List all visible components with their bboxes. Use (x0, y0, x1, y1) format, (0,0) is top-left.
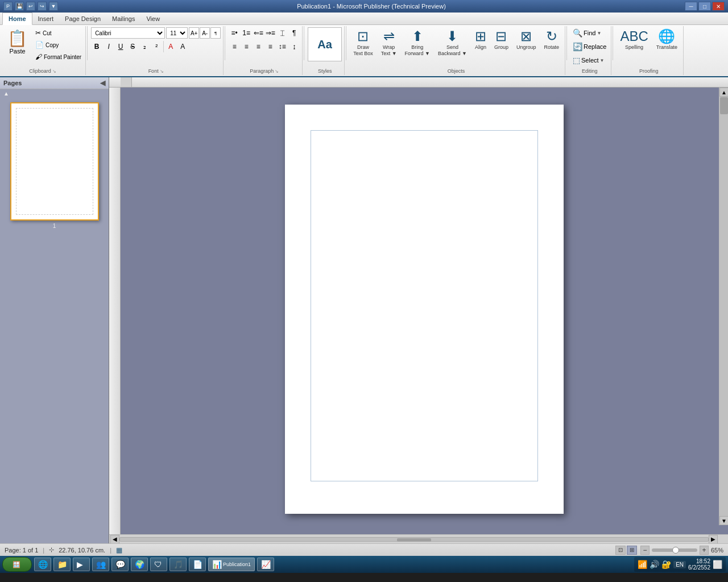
bring-forward-button[interactable]: ⬆ BringForward ▼ (402, 27, 433, 58)
v-scroll-up-button[interactable]: ▲ (719, 88, 728, 97)
select-button[interactable]: ⬚ Select ▼ (570, 55, 607, 66)
translate-icon: 🌐 (658, 28, 675, 44)
v-scroll-down-button[interactable]: ▼ (719, 516, 728, 525)
align-center-button[interactable]: ≡ (241, 41, 252, 52)
wrap-text-button[interactable]: ⇌ WrapText ▼ (378, 27, 400, 58)
font-size-decrease[interactable]: A- (200, 27, 210, 39)
quick-access-save[interactable]: 💾 (15, 2, 24, 11)
taskbar-publisher[interactable]: 📊 Publication1 (208, 558, 255, 571)
italic-button[interactable]: I (103, 41, 114, 52)
increase-indent-button[interactable]: ⇒≡ (264, 27, 276, 39)
separator-1 (87, 26, 88, 60)
zoom-slider[interactable] (652, 548, 697, 552)
tray-volume-icon[interactable]: 🔊 (650, 560, 659, 569)
menu-tab-page-design[interactable]: Page Design (59, 13, 106, 25)
font-color-button[interactable]: A (165, 41, 176, 52)
zoom-out-button[interactable]: − (640, 546, 650, 555)
translate-button[interactable]: 🌐 Translate (653, 27, 681, 52)
taskbar: 🪟 🌐 📁 ▶ 👥 💬 🌍 🛡 🎵 📄 📊 Publication1 📈 📶 🔊… (0, 556, 728, 573)
tray-show-desktop-icon[interactable]: ⬜ (713, 560, 722, 569)
h-scroll-thumb[interactable] (397, 538, 431, 542)
underline-button[interactable]: U (115, 41, 126, 52)
font-name-select[interactable]: Calibri (91, 27, 165, 39)
find-button[interactable]: 🔍 Find ▼ (570, 27, 603, 39)
align-left-button[interactable]: ≡ (229, 41, 240, 52)
menu-tab-home[interactable]: Home (2, 13, 32, 25)
bold-button[interactable]: B (91, 41, 102, 52)
separator-4 (346, 26, 346, 60)
spelling-button[interactable]: ABC Spelling (617, 27, 651, 52)
quick-access-dropdown[interactable]: ▼ (49, 2, 58, 11)
start-button[interactable]: 🪟 (2, 557, 32, 572)
ungroup-button[interactable]: ⊠ Ungroup (513, 27, 540, 52)
text-highlight-button[interactable]: A (177, 41, 188, 52)
styles-gallery[interactable]: Aa (308, 27, 342, 61)
taskbar-extra[interactable]: 📈 (257, 558, 274, 571)
taskbar-chat[interactable]: 💬 (111, 558, 129, 571)
strikethrough-button[interactable]: S (127, 41, 138, 52)
select-label: Select (581, 57, 599, 64)
clear-format-button[interactable]: ¶ (210, 27, 221, 39)
cut-button[interactable]: ✂ Cut (34, 27, 83, 39)
minimize-button[interactable]: ─ (685, 2, 697, 11)
taskbar-media[interactable]: ▶ (73, 558, 90, 571)
taskbar-ie[interactable]: 🌐 (34, 558, 51, 571)
bullets-button[interactable]: ≡• (229, 27, 240, 39)
line-spacing-button[interactable]: ↕≡ (276, 41, 288, 52)
bring-forward-label: BringForward ▼ (405, 44, 430, 57)
justify-button[interactable]: ≡ (264, 41, 276, 52)
numbering-button[interactable]: 1≡ (241, 27, 252, 39)
v-scroll-thumb[interactable] (720, 97, 728, 114)
superscript-button[interactable]: ² (151, 41, 162, 52)
copy-button[interactable]: 📄 Copy (34, 39, 83, 51)
paste-button[interactable]: 📋 Paste (2, 27, 32, 56)
format-painter-button[interactable]: 🖌 Format Painter (34, 51, 83, 63)
taskbar-users[interactable]: 👥 (92, 558, 109, 571)
taskbar-browser[interactable]: 🌍 (131, 558, 148, 571)
quick-access-undo[interactable]: ↩ (26, 2, 35, 11)
page-content-area[interactable] (311, 130, 538, 481)
clipboard-expand-icon[interactable]: ↘ (52, 69, 56, 74)
rotate-button[interactable]: ↻ Rotate (541, 27, 563, 52)
subscript-button[interactable]: ₂ (139, 41, 150, 52)
pages-collapse-button[interactable]: ◀ (100, 79, 105, 87)
show-formatting-button[interactable]: ¶ (288, 27, 300, 39)
draw-textbox-button[interactable]: ⊡ DrawText Box (350, 27, 377, 58)
paragraph-expand-icon[interactable]: ↘ (275, 69, 279, 74)
menu-tab-view[interactable]: View (140, 13, 166, 25)
font-size-select[interactable]: 11 (166, 27, 188, 39)
h-scroll-track (119, 537, 709, 542)
decrease-indent-button[interactable]: ⇐≡ (253, 27, 264, 39)
taskbar-shield[interactable]: 🛡 (150, 558, 167, 571)
menu-tab-mailings[interactable]: Mailings (106, 13, 140, 25)
taskbar-music[interactable]: 🎵 (169, 558, 187, 571)
tray-security-icon[interactable]: 🔐 (661, 560, 671, 569)
h-scroll-right-button[interactable]: ▶ (709, 535, 718, 544)
pages-up-arrow[interactable]: ▲ (0, 89, 109, 98)
close-button[interactable]: ✕ (712, 2, 725, 11)
page-thumbnail-1[interactable]: 1 (5, 102, 104, 229)
reading-view-button[interactable]: ⊞ (627, 546, 637, 555)
tray-network-icon[interactable]: 📶 (638, 560, 647, 569)
quick-access-redo[interactable]: ↪ (38, 2, 47, 11)
font-expand-icon[interactable]: ↘ (160, 69, 164, 74)
taskbar-word[interactable]: 📄 (189, 558, 206, 571)
send-backward-button[interactable]: ⬇ SendBackward ▼ (435, 27, 470, 58)
zoom-in-button[interactable]: + (700, 546, 709, 555)
paragraph-spacing-button[interactable]: ↨ (288, 41, 300, 52)
taskbar-explorer[interactable]: 📁 (53, 558, 71, 571)
group-button[interactable]: ⊟ Group (491, 27, 512, 52)
menu-tab-insert[interactable]: Insert (32, 13, 60, 25)
replace-button[interactable]: 🔄 Replace (570, 41, 609, 52)
align-right-button[interactable]: ≡ (253, 41, 264, 52)
font-size-increase[interactable]: A+ (189, 27, 199, 39)
columns-button[interactable]: ⌶ (276, 27, 288, 39)
maximize-button[interactable]: □ (698, 2, 711, 11)
cursor-icon: ⊹ (49, 546, 54, 554)
objects-content: ⊡ DrawText Box ⇌ WrapText ▼ ⬆ BringForwa… (350, 27, 562, 67)
h-scroll-left-button[interactable]: ◀ (110, 535, 119, 544)
language-indicator[interactable]: EN (673, 561, 686, 568)
align-button[interactable]: ⊞ Align (471, 27, 490, 52)
normal-view-button[interactable]: ⊡ (615, 546, 626, 555)
clipboard-content: 📋 Paste ✂ Cut 📄 Copy 🖌 Format Painter (2, 27, 83, 67)
